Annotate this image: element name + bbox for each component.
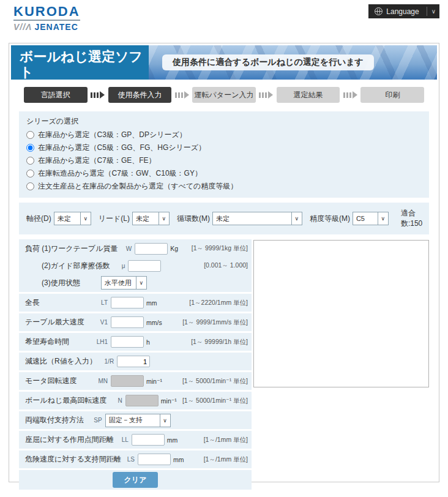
flow-arrow-icon: [88, 91, 108, 99]
form-row: 座屈に対する作用点間距離 LL mm [1～/1mm 単位]: [19, 431, 252, 449]
symbol-label: LS: [121, 456, 135, 463]
total-length-label: 全長: [25, 297, 89, 308]
select-value: C5: [353, 212, 378, 225]
range-hint: [1～/1mm 単位]: [190, 455, 248, 464]
step-selection-result[interactable]: 選定結果: [277, 87, 340, 103]
symbol-label: LL: [114, 436, 129, 443]
app-subtitle: SIZING SOFTWARE BALLSCREWS: [20, 81, 149, 88]
app-title-block: ボールねじ選定ソフト SIZING SOFTWARE BALLSCREWS: [11, 45, 149, 80]
form-row: 全長 LT mm [1～2220/1mm 単位]: [19, 294, 252, 312]
symbol-label: N: [106, 397, 122, 404]
symbol-label: MN: [89, 378, 108, 384]
logo-jenatec-line: V//ΛJENATEC: [13, 22, 80, 32]
step-conditions-input[interactable]: 使用条件入力: [108, 87, 172, 103]
radio-button[interactable]: [26, 131, 34, 139]
symbol-label: μ: [110, 263, 125, 269]
language-divider: [427, 7, 427, 16]
unit-label: min⁻¹: [161, 397, 181, 405]
shaft-diameter-select[interactable]: 未定 ∨: [54, 212, 91, 225]
step-operation-pattern[interactable]: 運転パターン入力: [192, 87, 256, 103]
series-option-c7[interactable]: 在庫品から選定（C7級：GE、FE）: [26, 155, 422, 166]
reduction-ratio-input[interactable]: [117, 356, 150, 367]
clear-button[interactable]: クリア: [113, 472, 158, 488]
motor-speed-input: [111, 375, 144, 387]
unit-label: h: [146, 338, 170, 346]
friction-coefficient-input[interactable]: [128, 260, 161, 272]
total-length-input[interactable]: [111, 297, 144, 308]
flow-arrow-icon: [256, 91, 277, 99]
select-value: 水平使用: [102, 277, 136, 289]
accuracy-grade-label: 精度等級(M): [310, 214, 350, 224]
chevron-down-icon: ∨: [80, 212, 91, 225]
chevron-down-icon[interactable]: ∨: [431, 8, 436, 15]
circuits-select[interactable]: 未定 ∨: [212, 212, 302, 225]
table-max-speed-input[interactable]: [111, 316, 144, 328]
support-method-label: 両端取付支持方法: [25, 415, 84, 425]
select-value: 未定: [133, 212, 159, 225]
worktable-mass-input[interactable]: [135, 243, 168, 255]
app-title: ボールねじ選定ソフト: [20, 49, 149, 80]
language-label: Language: [386, 7, 419, 16]
unit-label: mm/s: [146, 319, 170, 326]
chevron-down-icon: ∨: [378, 212, 388, 225]
symbol-label: LH1: [89, 338, 108, 345]
form-row: (2)ガイド部摩擦係数 μ [0.001～ 1.000]: [19, 257, 252, 274]
usage-state-label: (3)使用状態: [25, 278, 80, 288]
match-count: 適合数:150: [401, 208, 422, 229]
language-selector[interactable]: Language ∨: [368, 4, 439, 18]
flow-arrow-icon: [340, 91, 360, 99]
symbol-label: V1: [89, 319, 108, 326]
motor-speed-label: モータ回転速度: [25, 376, 89, 386]
load-row-group: 負荷 (1)ワークテーブル質量 W Kg [1～ 9999/1kg 単位] (2…: [19, 239, 252, 292]
series-option-rolled[interactable]: 在庫転造品から選定（C7級：GW、C10級：GY）: [26, 168, 422, 179]
unit-label: min⁻¹: [146, 378, 170, 385]
select-value: 固定－支持: [106, 414, 160, 427]
result-preview-panel: [253, 240, 429, 387]
range-hint: [0.001～ 1.000]: [183, 261, 248, 270]
circuits-label: 循環数(M): [177, 214, 210, 224]
series-selection-section: シリーズの選択 在庫品から選定（C3級：GP、DPシリーズ） 在庫品から選定（C…: [19, 111, 429, 198]
form-row: ボールねじ最高回転速度 N min⁻¹ [1～ 5000/1min⁻¹ 単位]: [19, 392, 252, 409]
radio-button[interactable]: [26, 144, 34, 152]
logo-kuroda-text: KURODA: [13, 4, 80, 21]
radio-button[interactable]: [26, 157, 34, 165]
shaft-diameter-label: 軸径(D): [26, 214, 51, 224]
symbol-label: 1/R: [97, 358, 114, 365]
chevron-down-icon: ∨: [291, 212, 302, 225]
form-left-column: 負荷 (1)ワークテーブル質量 W Kg [1～ 9999/1kg 単位] (2…: [19, 239, 252, 490]
accuracy-grade-select[interactable]: C5 ∨: [353, 212, 389, 225]
lead-select[interactable]: 未定 ∨: [132, 212, 170, 225]
buckling-distance-label: 座屈に対する作用点間距離: [25, 435, 114, 445]
unit-label: mm: [173, 456, 190, 463]
desired-life-input[interactable]: [111, 336, 144, 348]
support-method-select[interactable]: 固定－支持 ∨: [105, 414, 171, 427]
step-navigation: 言語選択 使用条件入力 運転パターン入力 選定結果 印刷: [24, 87, 424, 103]
symbol-label: LT: [89, 299, 108, 306]
series-option-c5[interactable]: 在庫品から選定（C5級：GG、FG、HGシリーズ）: [26, 143, 422, 153]
chevron-down-icon: ∨: [159, 212, 169, 225]
top-bar: KURODA V//ΛJENATEC Language ∨: [0, 0, 448, 38]
range-hint: [1～ 5000/1min⁻¹ 単位]: [170, 377, 248, 386]
step-language-select[interactable]: 言語選択: [24, 87, 88, 103]
select-value: 未定: [213, 212, 291, 225]
series-option-all[interactable]: 注文生産品と在庫品の全製品から選定（すべての精度等級）: [26, 181, 422, 192]
radio-button[interactable]: [26, 170, 34, 177]
main-panel: ボールねじ選定ソフト SIZING SOFTWARE BALLSCREWS 使用…: [9, 43, 439, 482]
series-option-label: 在庫品から選定（C3級：GP、DPシリーズ）: [38, 130, 187, 140]
form-row: モータ回転速度 MN min⁻¹ [1～ 5000/1min⁻¹ 単位]: [19, 372, 252, 390]
worktable-mass-label: 負荷 (1)ワークテーブル質量: [25, 244, 118, 254]
usage-state-select[interactable]: 水平使用 ∨: [101, 276, 147, 290]
buckling-distance-input[interactable]: [132, 434, 165, 446]
step-print[interactable]: 印刷: [360, 87, 424, 103]
select-value: 未定: [54, 212, 80, 225]
critical-speed-distance-input[interactable]: [138, 454, 171, 465]
clear-row: クリア: [19, 470, 252, 490]
form-row: 減速比（R値を入力） 1/R: [19, 353, 252, 370]
series-option-c3[interactable]: 在庫品から選定（C3級：GP、DPシリーズ）: [26, 130, 422, 140]
radio-button[interactable]: [26, 182, 34, 190]
range-hint: [1～2220/1mm 単位]: [170, 299, 248, 307]
series-option-label: 在庫品から選定（C5級：GG、FG、HGシリーズ）: [38, 143, 206, 153]
filter-bar: 軸径(D) 未定 ∨ リード(L) 未定 ∨ 循環数(M) 未定 ∨ 精度等級(…: [19, 203, 429, 234]
globe-icon: [375, 7, 383, 15]
range-hint: [1～ 5000/1min⁻¹ 単位]: [181, 397, 248, 405]
